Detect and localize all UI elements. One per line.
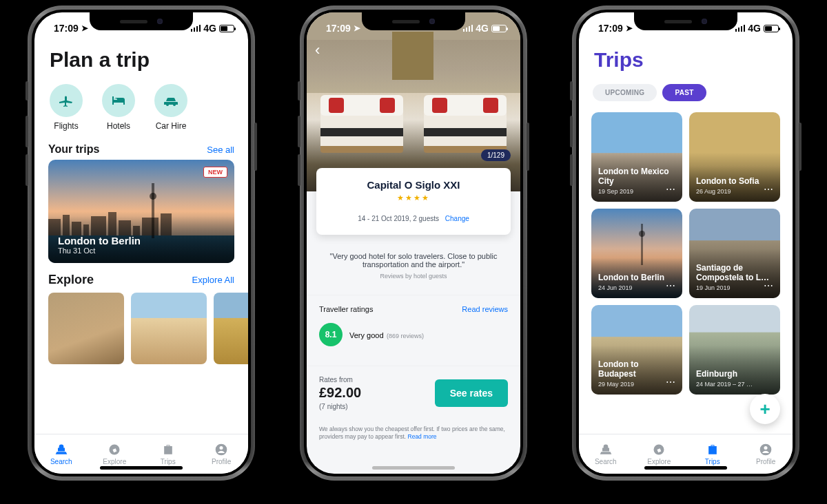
signal-icon — [463, 25, 473, 32]
rates-section: Rates from £92.00 (7 nights) See rates — [307, 366, 520, 420]
explore-heading: Explore — [48, 273, 94, 287]
notch — [634, 12, 737, 30]
battery-icon — [219, 25, 234, 32]
category-hotels[interactable]: Hotels — [102, 84, 135, 131]
category-flights[interactable]: Flights — [50, 84, 83, 131]
tab-profile[interactable]: Profile — [195, 434, 249, 474]
hotel-photo[interactable]: 17:09 ➤ 4G ‹ 1/129 — [307, 12, 520, 191]
hotel-name: Capital O Siglo XXI — [326, 179, 501, 191]
trip-tile[interactable]: ⋯ London to Sofia26 Aug 2019 — [689, 112, 780, 202]
segment-control: UPCOMING PAST — [579, 81, 793, 108]
battery-icon — [764, 25, 779, 32]
read-more-link[interactable]: Read more — [408, 433, 437, 440]
bed-icon — [102, 84, 135, 117]
rates-nights: (7 nights) — [319, 403, 361, 410]
rates-price: £92.00 — [319, 385, 361, 401]
tab-explore-label: Explore — [103, 458, 126, 465]
location-icon: ➤ — [81, 23, 88, 33]
tab-explore-label: Explore — [647, 458, 671, 465]
tab-profile-label: Profile — [756, 458, 775, 465]
tab-profile-label: Profile — [212, 458, 231, 465]
page-title: Plan a trip — [34, 40, 248, 81]
see-all-link[interactable]: See all — [207, 145, 234, 155]
trip-card-title: London to Berlin — [58, 235, 141, 246]
quote-text: "Very good hotel for solo travelers. Clo… — [325, 252, 502, 269]
signal-icon — [191, 25, 201, 32]
trip-tile[interactable]: ⋯ Santiago de Compostela to L…19 Jun 201… — [689, 209, 780, 298]
booking-dates: 14 - 21 Oct 2019, 2 guests — [358, 215, 439, 222]
trip-tile[interactable]: ⋯ London to Budapest29 May 2019 — [591, 305, 682, 395]
ratings-heading: Traveller ratings — [319, 305, 373, 313]
explore-row[interactable] — [34, 287, 248, 364]
network-label: 4G — [748, 23, 761, 34]
suitcase-icon — [706, 443, 719, 456]
add-trip-fab[interactable]: + — [750, 394, 780, 424]
trip-tile-date: 24 Jun 2019 — [598, 284, 675, 291]
star-rating: ★★★★ — [326, 193, 501, 202]
your-trip-card[interactable]: NEW London to Berlin Thu 31 Oct — [48, 160, 234, 263]
category-hotels-label: Hotels — [107, 121, 130, 131]
suitcase-icon — [161, 443, 175, 456]
trip-card-date: Thu 31 Oct — [58, 246, 141, 255]
profile-icon — [759, 443, 773, 456]
category-carhire-label: Car Hire — [156, 121, 187, 131]
phone-trips: 17:09 ➤ 4G Trips UPCOMING PAST ⋯ London … — [572, 6, 799, 481]
change-dates-link[interactable]: Change — [445, 215, 469, 222]
explore-tile[interactable] — [48, 293, 124, 364]
location-icon: ➤ — [626, 23, 633, 33]
status-time: 17:09 — [54, 23, 79, 34]
segment-upcoming[interactable]: UPCOMING — [593, 84, 657, 101]
tab-trips-label: Trips — [705, 458, 720, 465]
status-time: 17:09 — [326, 23, 351, 34]
trip-tile-date: 24 Mar 2019 – 27 … — [696, 381, 773, 388]
svg-point-2 — [220, 446, 223, 450]
explore-tile[interactable] — [214, 293, 248, 364]
phone-plan-trip: 17:09 ➤ 4G Plan a trip Flights — [28, 6, 255, 481]
read-reviews-link[interactable]: Read reviews — [462, 305, 508, 313]
explore-all-link[interactable]: Explore All — [192, 275, 234, 285]
trip-tile-title: London to Berlin — [598, 273, 675, 283]
phone-hotel-detail: 17:09 ➤ 4G ‹ 1/129 Capital O Siglo XXI ★… — [300, 6, 527, 481]
new-badge: NEW — [203, 167, 227, 178]
network-label: 4G — [476, 23, 489, 34]
category-row: Flights Hotels Car Hire — [34, 81, 248, 143]
notch — [362, 12, 465, 30]
ratings-section: Traveller ratings Read reviews 8.1 Very … — [307, 295, 520, 356]
search-tab-icon — [599, 443, 613, 456]
category-flights-label: Flights — [54, 121, 78, 131]
trip-tile-title: Santiago de Compostela to L… — [696, 264, 773, 283]
trip-tile-title: Edinburgh — [696, 370, 773, 379]
trip-tile[interactable]: ⋯ London to Mexico City19 Sep 2019 — [591, 112, 682, 202]
tab-trips-label: Trips — [161, 458, 176, 465]
compass-icon — [652, 443, 666, 456]
home-indicator[interactable] — [372, 466, 455, 470]
trip-tile-title: London to Mexico City — [598, 167, 675, 187]
rates-from-label: Rates from — [319, 376, 361, 384]
signal-icon — [735, 25, 746, 32]
rating-score: 8.1 — [319, 323, 343, 346]
search-tab-icon — [54, 443, 68, 456]
car-icon — [154, 84, 187, 117]
category-carhire[interactable]: Car Hire — [154, 84, 187, 131]
network-label: 4G — [203, 23, 216, 34]
tab-search[interactable]: Search — [34, 434, 88, 474]
compass-icon — [108, 443, 121, 456]
trip-tile[interactable]: ⋯ London to Berlin24 Jun 2019 — [591, 209, 682, 298]
tab-profile[interactable]: Profile — [739, 434, 793, 474]
explore-tile[interactable] — [131, 293, 207, 364]
trip-tile-date: 19 Sep 2019 — [598, 188, 675, 195]
rating-label: Very good — [349, 331, 384, 339]
see-rates-button[interactable]: See rates — [435, 379, 508, 407]
trip-tile[interactable]: Edinburgh24 Mar 2019 – 27 … — [689, 305, 780, 395]
photo-count-pill[interactable]: 1/129 — [481, 149, 511, 161]
status-time: 17:09 — [598, 23, 623, 34]
home-indicator[interactable] — [100, 466, 183, 470]
tab-search-label: Search — [50, 458, 72, 465]
trip-tile-date: 26 Aug 2019 — [696, 188, 773, 195]
tab-search[interactable]: Search — [579, 434, 633, 474]
trip-tile-date: 19 Jun 2019 — [696, 284, 773, 291]
hotel-summary-card: Capital O Siglo XXI ★★★★ 14 - 21 Oct 201… — [316, 168, 511, 235]
segment-past[interactable]: PAST — [662, 84, 706, 101]
back-button[interactable]: ‹ — [315, 41, 320, 59]
home-indicator[interactable] — [644, 466, 727, 470]
